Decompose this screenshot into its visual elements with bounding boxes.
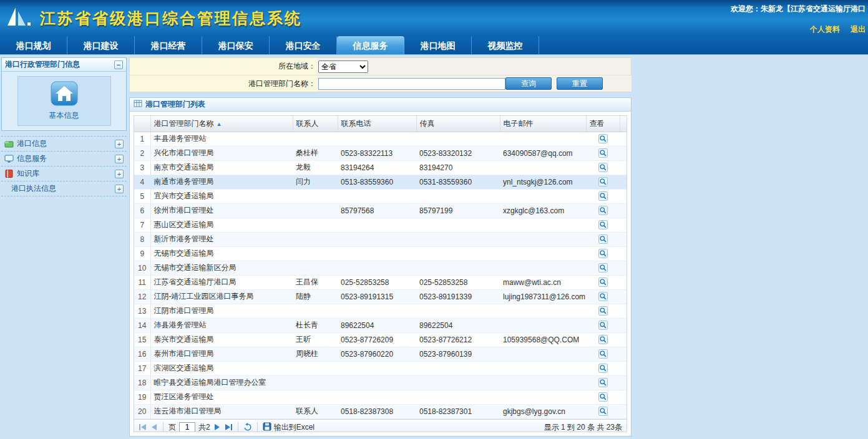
table-row[interactable]: 19 贾汪区港务管理处 — [134, 390, 627, 404]
collapse-button[interactable]: − — [114, 60, 123, 69]
region-select[interactable]: 全省 — [318, 60, 368, 73]
view-magnifier-icon[interactable] — [598, 220, 608, 229]
cell-filler — [620, 318, 627, 332]
table-row[interactable]: 13 江阴市港口管理局 — [134, 304, 627, 318]
table-row[interactable]: 2 兴化市港口管理局 桑桂样 0523-83322113 0523-833201… — [134, 146, 627, 160]
table-row[interactable]: 1 丰县港务管理站 — [134, 132, 627, 146]
table-row[interactable]: 6 徐州市港口管理处 85797568 85797199 xzgkglc@163… — [134, 203, 627, 218]
cell-phone — [338, 261, 416, 275]
nav-tab-port-map[interactable]: 港口地图 — [404, 36, 472, 54]
dept-table: 港口管理部门名称▲ 联系人 联系电话 传真 电子邮件 查看 — [134, 115, 627, 432]
table-row[interactable]: 8 新沂市港务管理处 — [134, 232, 627, 246]
cell-email: ynl_ntsgkj@126.com — [500, 175, 586, 189]
table-row[interactable]: 17 滨湖区交通运输局 — [134, 361, 627, 375]
table-row[interactable]: 9 无锡市交通运输局 — [134, 246, 627, 261]
pager-separator — [163, 422, 163, 432]
view-magnifier-icon[interactable] — [598, 364, 608, 373]
query-button[interactable]: 查询 — [505, 77, 552, 90]
nav-tab-port-operation[interactable]: 港口经营 — [135, 36, 202, 54]
view-magnifier-icon[interactable] — [598, 349, 608, 359]
cell-filler — [620, 218, 627, 232]
view-magnifier-icon[interactable] — [598, 335, 608, 344]
table-row[interactable]: 5 宜兴市交通运输局 — [134, 189, 627, 203]
view-magnifier-icon[interactable] — [598, 206, 608, 215]
view-magnifier-icon[interactable] — [598, 177, 608, 186]
table-row[interactable]: 11 江苏省交通运输厅港口局 王昌保 025-52853258 025-5285… — [134, 275, 627, 289]
pager: 页 共2 — [134, 419, 627, 433]
view-magnifier-icon[interactable] — [598, 407, 608, 416]
sidebar-item-port-info[interactable]: 港口信息 + — [1, 137, 127, 152]
table-row[interactable]: 4 南通市港务管理局 闫力 0513-83559360 0531-8355936… — [134, 175, 627, 189]
expand-button[interactable]: + — [115, 185, 124, 193]
cell-email — [500, 189, 586, 203]
view-magnifier-icon[interactable] — [598, 134, 608, 143]
cell-email: 105939568@QQ.COM — [500, 332, 586, 347]
nav-tab-port-safety[interactable]: 港口安全 — [270, 36, 337, 54]
nav-tab-port-planning[interactable]: 港口规划 — [0, 36, 67, 54]
col-fax[interactable]: 传真 — [416, 116, 500, 132]
table-row[interactable]: 14 沛县港务管理站 杜长青 89622504 89622504 — [134, 318, 627, 332]
search-form: 所在地域： 全省 港口管理部门名称： 查询 重置 — [129, 57, 631, 92]
view-magnifier-icon[interactable] — [598, 263, 608, 273]
cell-filler — [620, 175, 627, 189]
col-email[interactable]: 电子邮件 — [500, 116, 586, 132]
dept-name-input[interactable] — [318, 78, 505, 90]
view-magnifier-icon[interactable] — [598, 277, 608, 287]
sidebar-item-knowledge-base[interactable]: 知识库 + — [1, 166, 127, 181]
sidebar-item-basic-info[interactable]: 基本信息 — [17, 76, 111, 126]
col-contact[interactable]: 联系人 — [293, 116, 338, 132]
view-magnifier-icon[interactable] — [598, 321, 608, 330]
page-number-input[interactable] — [179, 422, 195, 433]
view-magnifier-icon[interactable] — [598, 378, 608, 387]
expand-button[interactable]: + — [115, 170, 124, 178]
nav-tab-video-monitor[interactable]: 视频监控 — [472, 36, 539, 54]
logout-link[interactable]: 退出 — [851, 25, 866, 34]
view-magnifier-icon[interactable] — [598, 234, 608, 244]
cell-contact: 闫力 — [293, 175, 338, 189]
view-magnifier-icon[interactable] — [598, 148, 608, 158]
table-row[interactable]: 3 南京市交通运输局 龙毅 83194264 83194270 — [134, 160, 627, 175]
last-page-button[interactable] — [224, 423, 233, 431]
table-row[interactable]: 15 泰兴市交通运输局 王昕 0523-87726209 0523-877262… — [134, 332, 627, 347]
sidebar-item-label: 港口执法信息 — [11, 183, 56, 194]
cell-dept-name: 贾汪区港务管理处 — [150, 390, 293, 404]
cell-email — [500, 375, 586, 390]
profile-link[interactable]: 个人资料 — [810, 25, 840, 34]
refresh-icon[interactable] — [243, 423, 252, 432]
col-phone[interactable]: 联系电话 — [338, 116, 416, 132]
view-magnifier-icon[interactable] — [598, 249, 608, 258]
view-magnifier-icon[interactable] — [598, 306, 608, 316]
export-excel-button[interactable]: 输出到Excel — [263, 422, 315, 433]
table-row[interactable]: 20 连云港市港口管理局 联系人 0518-82387308 0518-8238… — [134, 404, 627, 418]
nav-tab-port-construction[interactable]: 港口建设 — [67, 36, 135, 54]
cell-contact: 联系人 — [293, 404, 338, 418]
col-dept-name[interactable]: 港口管理部门名称▲ — [150, 116, 293, 132]
table-row[interactable]: 10 无锡市交通运输新区分局 — [134, 261, 627, 275]
app-logo-icon — [6, 6, 32, 30]
cell-phone: 0523-89191315 — [338, 289, 416, 304]
cell-fax — [416, 361, 500, 375]
col-view[interactable]: 查看 — [586, 116, 620, 132]
first-page-button[interactable] — [139, 423, 147, 431]
reset-button[interactable]: 重置 — [557, 77, 603, 90]
nav-tab-info-service[interactable]: 信息服务 — [337, 36, 404, 54]
table-row[interactable]: 16 泰州市港口管理局 周晓柱 0523-87960220 0523-87960… — [134, 347, 627, 361]
next-page-button[interactable] — [213, 423, 221, 431]
expand-button[interactable]: + — [115, 140, 124, 148]
sidebar-item-port-law-enforcement[interactable]: 港口执法信息 + — [1, 181, 127, 196]
sidebar-panel-header[interactable]: 港口行政管理部门信息 − — [2, 58, 126, 72]
nav-tab-port-security[interactable]: 港口保安 — [202, 36, 270, 54]
prev-page-button[interactable] — [150, 423, 158, 431]
sidebar-item-info-service[interactable]: 信息服务 + — [1, 152, 127, 166]
table-row[interactable]: 7 惠山区交通运输局 — [134, 218, 627, 232]
view-magnifier-icon[interactable] — [598, 392, 608, 402]
table-row[interactable]: 12 江阴-靖江工业园区港口事务局 陆静 0523-89191315 0523-… — [134, 289, 627, 304]
view-magnifier-icon[interactable] — [598, 191, 608, 201]
expand-button[interactable]: + — [115, 155, 124, 163]
view-magnifier-icon[interactable] — [598, 292, 608, 301]
view-magnifier-icon[interactable] — [598, 163, 608, 172]
list-icon — [134, 99, 142, 110]
table-row[interactable]: 18 睢宁县交通运输局港口管理办公室 — [134, 375, 627, 390]
cell-fax: 0523-83320132 — [416, 146, 500, 160]
cell-fax — [416, 189, 500, 203]
